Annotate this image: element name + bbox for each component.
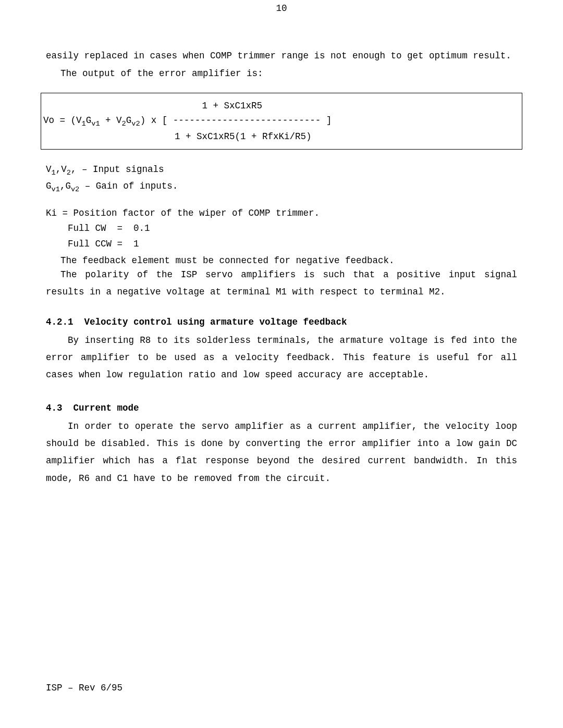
gain-text: – Gain of inputs. <box>79 181 178 191</box>
formula-main-prefix: Vo = (V <box>43 115 82 126</box>
formula-numerator: 1 + SxC1xR5 <box>43 101 262 111</box>
section-num-4-2-1: 4.2.1 <box>46 317 74 327</box>
page-number: 10 <box>0 0 563 17</box>
section-4-3-body: In order to operate the servo amplifier … <box>46 418 517 487</box>
formula-g2: G <box>126 115 132 126</box>
formula-main-suffix: ) x [ --------------------------- ] <box>140 115 332 126</box>
section-num-4-3: 4.3 <box>46 403 63 413</box>
signal-defs: V1,V2, – Input signals Gv1,Gv2 – Gain of… <box>46 162 517 195</box>
v-sub1: 1 <box>52 169 56 177</box>
ki-full-cw: Full CW = 0.1 <box>46 221 517 237</box>
formula-sub1: 1 <box>82 119 86 127</box>
section-title-4-3: Current mode <box>74 403 139 413</box>
polarity-paragraph: The polarity of the ISP servo amplifiers… <box>46 266 517 301</box>
output-intro: The output of the error amplifier is: <box>46 65 517 82</box>
ki-block: Ki = Position factor of the wiper of COM… <box>46 206 517 252</box>
ki-full-ccw: Full CCW = 1 <box>46 237 517 252</box>
formula-box: 1 + SxC1xR5 Vo = (V1Gv1 + V2Gv2) x [ ---… <box>41 93 522 150</box>
heading-4-2-1: 4.2.1 Velocity control using armature vo… <box>46 314 517 331</box>
formula-subv2: v2 <box>131 119 140 127</box>
footer-revision: ISP – Rev 6/95 <box>46 680 123 697</box>
g-subv2: v2 <box>71 185 79 193</box>
input-signals-text: , – Input signals <box>71 164 164 175</box>
formula-g1: G <box>86 115 92 126</box>
v-comma: ,V <box>56 164 67 175</box>
lead-paragraph: easily replaced in cases when COMP trimm… <box>46 47 517 65</box>
formula-subv1: v1 <box>91 119 100 127</box>
page-body: easily replaced in cases when COMP trimm… <box>0 32 563 487</box>
formula-sub2: 2 <box>122 119 126 127</box>
g-comma: ,G <box>60 181 71 191</box>
v-label: V <box>46 164 52 175</box>
input-signals-line: V1,V2, – Input signals <box>46 162 517 179</box>
heading-4-3: 4.3 Current mode <box>46 400 517 417</box>
g-label: G <box>46 181 52 191</box>
g-subv1: v1 <box>52 185 60 193</box>
section-title-4-2-1: Velocity control using armature voltage … <box>84 317 347 327</box>
section-4-2-1-body: By inserting R8 to its solderless termin… <box>46 332 517 384</box>
formula-denominator: 1 + SxC1xR5(1 + RfxKi/R5) <box>43 131 312 142</box>
formula-plus: + V <box>100 115 122 126</box>
ki-definition: Ki = Position factor of the wiper of COM… <box>46 206 517 221</box>
gain-line: Gv1,Gv2 – Gain of inputs. <box>46 179 517 195</box>
v-sub2: 2 <box>67 169 71 177</box>
